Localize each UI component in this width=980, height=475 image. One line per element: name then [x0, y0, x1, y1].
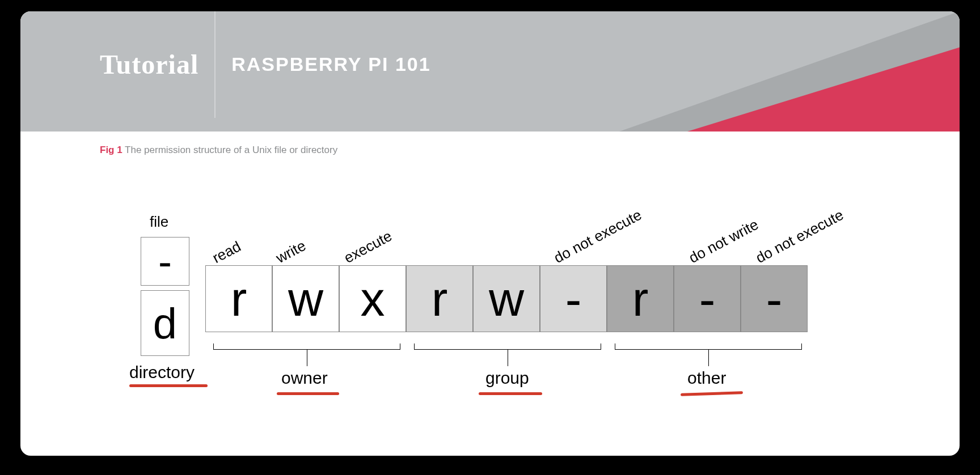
- permission-row: r w x r w - r - -: [205, 265, 808, 332]
- underline-owner: [277, 392, 339, 395]
- box-file-dash: -: [141, 237, 189, 286]
- figure-caption: Fig 1 The permission structure of a Unix…: [100, 144, 337, 156]
- underline-other: [681, 391, 743, 396]
- box-group-r: r: [406, 265, 473, 332]
- figure-text: The permission structure of a Unix file …: [125, 145, 337, 155]
- box-group-x: -: [540, 265, 607, 332]
- label-directory: directory: [129, 363, 195, 382]
- box-owner-x: x: [339, 265, 406, 332]
- header: Tutorial RASPBERRY PI 101: [20, 11, 960, 132]
- label-do-not-execute-2: do not execute: [753, 206, 846, 267]
- label-do-not-execute-1: do not execute: [551, 206, 644, 267]
- box-directory-d: d: [141, 290, 189, 356]
- header-divider: [214, 11, 216, 118]
- header-title: RASPBERRY PI 101: [231, 53, 430, 75]
- underline-group: [479, 392, 542, 395]
- label-group: group: [485, 368, 529, 388]
- label-do-not-write: do not write: [686, 216, 761, 267]
- permissions-diagram: file read write execute do not execute d…: [100, 181, 882, 448]
- box-other-r: r: [607, 265, 674, 332]
- header-accent-pink: [687, 11, 960, 132]
- header-accent-grey: [619, 11, 960, 132]
- label-owner: owner: [281, 368, 328, 388]
- label-file: file: [150, 213, 168, 231]
- box-other-w: -: [674, 265, 741, 332]
- box-other-x: -: [741, 265, 808, 332]
- label-read: read: [209, 238, 244, 267]
- label-execute: execute: [341, 227, 395, 267]
- header-tag: Tutorial: [100, 49, 198, 80]
- box-owner-r: r: [205, 265, 272, 332]
- label-other: other: [687, 368, 726, 388]
- box-owner-w: w: [272, 265, 339, 332]
- figure-number: Fig 1: [100, 145, 122, 155]
- label-write: write: [273, 237, 309, 267]
- underline-directory: [129, 384, 208, 387]
- box-group-w: w: [473, 265, 540, 332]
- document-card: Tutorial RASPBERRY PI 101 Fig 1 The perm…: [20, 11, 960, 456]
